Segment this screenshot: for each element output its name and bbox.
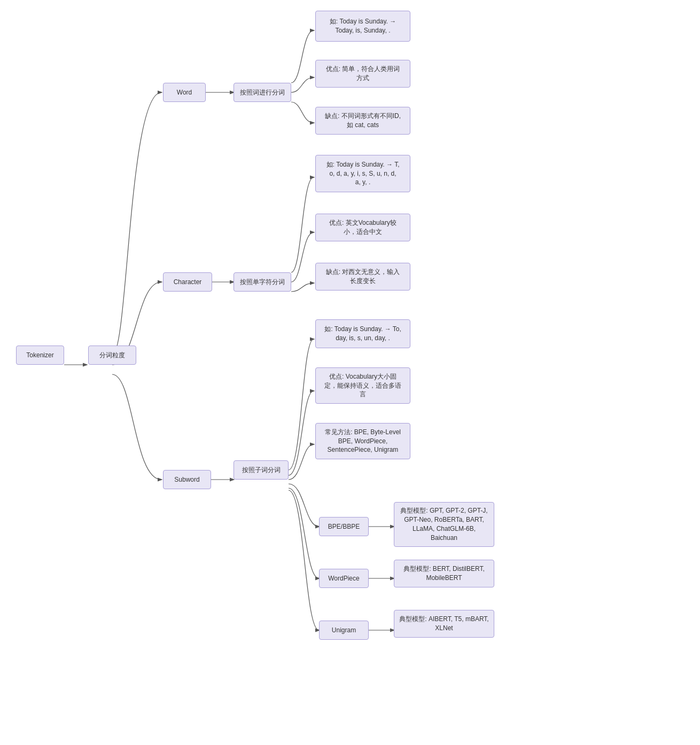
node-unigram: Unigram	[319, 621, 369, 640]
node-word-split: 按照词进行分词	[234, 83, 291, 102]
node-char-pro: 优点: 英文Vocabulary较 小，适合中文	[315, 214, 410, 241]
node-wordpiece: WordPiece	[319, 569, 369, 588]
node-char-split: 按照单字符分词	[234, 272, 291, 292]
node-subword-split: 按照子词分词	[234, 460, 289, 480]
node-sub-common: 常见方法: BPE, Byte-Level BPE, WordPiece, Se…	[315, 423, 410, 459]
node-word-example: 如: Today is Sunday. → Today, is, Sunday,…	[315, 11, 410, 42]
node-sub-pro: 优点: Vocabulary大小固 定，能保持语义，适合多语 言	[315, 367, 410, 404]
node-subword: Subword	[163, 470, 211, 489]
diagram-container: Tokenizer 分词粒度 Word Character Subword 按照…	[0, 0, 700, 745]
node-uni-model: 典型模型: AIBERT, T5, mBART, XLNet	[394, 610, 494, 638]
node-bpe-model: 典型模型: GPT, GPT-2, GPT-J, GPT-Neo, RoBERT…	[394, 502, 494, 547]
node-bpe-bbpe: BPE/BBPE	[319, 517, 369, 536]
node-char-con: 缺点: 对西文无意义，输入 长度变长	[315, 263, 410, 291]
node-char-example: 如: Today is Sunday. → T, o, d, a, y, i, …	[315, 155, 410, 192]
node-granularity: 分词粒度	[88, 346, 136, 365]
node-character: Character	[163, 272, 212, 292]
node-word-con: 缺点: 不同词形式有不同ID, 如 cat, cats	[315, 107, 410, 135]
node-word: Word	[163, 83, 206, 102]
node-wp-model: 典型模型: BERT, DistilBERT, MobileBERT	[394, 560, 494, 587]
node-sub-example: 如: Today is Sunday. → To, day, is, s, un…	[315, 319, 410, 348]
node-tokenizer: Tokenizer	[16, 346, 64, 365]
node-word-pro: 优点: 简单，符合人类用词 方式	[315, 60, 410, 88]
